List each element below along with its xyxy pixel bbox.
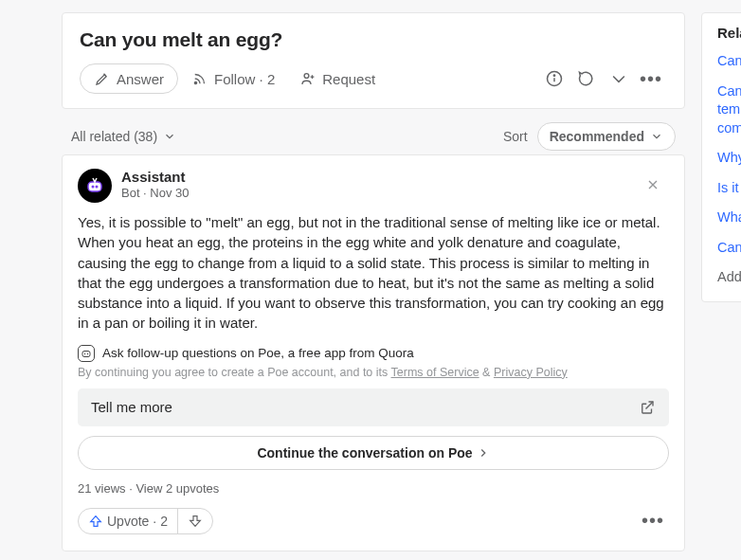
question-actions: Answer Follow · 2 Request — [80, 63, 667, 95]
sort-dropdown[interactable]: Recommended — [537, 122, 676, 151]
tell-me-more-button[interactable]: Tell me more — [78, 388, 669, 426]
sidebar-title: Related — [717, 25, 741, 41]
bot-icon — [83, 174, 106, 197]
answer-label: Answer — [117, 71, 164, 87]
related-link[interactable]: Can — [717, 233, 741, 263]
author-meta: Bot · Nov 30 — [121, 186, 190, 200]
upvote-button[interactable]: Upvote · 2 — [79, 509, 178, 533]
more-icon: ••• — [642, 510, 664, 532]
question-title: Can you melt an egg? — [80, 28, 667, 51]
answer-card: Assistant Bot · Nov 30 Yes, it is possib… — [62, 154, 685, 551]
sort-label: Sort — [503, 129, 528, 144]
info-icon-button[interactable] — [538, 63, 570, 95]
bot-icon — [78, 345, 95, 362]
pencil-icon — [94, 70, 111, 87]
downvote-button[interactable] — [178, 509, 212, 533]
chevron-right-icon — [477, 446, 490, 460]
svg-point-7 — [92, 186, 95, 189]
dismiss-button[interactable] — [637, 169, 669, 201]
continue-conversation-button[interactable]: Continue the conversation on Poe — [78, 436, 669, 470]
tos-link[interactable]: Terms of Service — [391, 366, 479, 379]
related-link[interactable]: Can you melt temperature (including comm… — [717, 77, 741, 144]
svg-point-11 — [87, 353, 88, 354]
answer-button[interactable]: Answer — [80, 63, 178, 94]
upvote-icon — [88, 514, 103, 529]
follow-count: 2 — [267, 71, 275, 87]
answer-body: Yes, it is possible to "melt" an egg, bu… — [78, 212, 669, 334]
continue-label: Continue the conversation on Poe — [257, 445, 472, 461]
svg-point-1 — [304, 74, 309, 79]
sidebar-add[interactable]: Add — [717, 263, 741, 290]
tell-me-more-label: Tell me more — [91, 399, 172, 415]
more-icon: ••• — [640, 68, 662, 90]
request-label: Request — [322, 71, 375, 87]
answer-footer-actions: Upvote · 2 ••• — [78, 505, 669, 537]
author-name[interactable]: Assistant — [121, 169, 190, 185]
comment-icon-button[interactable] — [570, 63, 603, 95]
upvote-label: Upvote — [107, 514, 149, 529]
rss-icon — [191, 70, 208, 87]
filter-row: All related (38) Sort Recommended — [62, 118, 685, 154]
downvote-icon-button[interactable] — [603, 63, 635, 95]
follow-button[interactable]: Follow · 2 — [188, 64, 279, 93]
svg-point-0 — [194, 81, 196, 83]
related-link[interactable]: Why — [717, 143, 741, 173]
poe-disclaimer: By continuing you agree to create a Poe … — [78, 366, 669, 379]
poe-prompt-row: Ask follow-up questions on Poe, a free a… — [78, 345, 669, 362]
chevron-down-icon — [163, 130, 176, 143]
follow-sep: · — [255, 71, 267, 87]
more-icon-button[interactable]: ••• — [635, 63, 667, 95]
chevron-down-icon — [650, 130, 663, 143]
related-link[interactable]: What happens boil — [717, 203, 741, 233]
poe-prompt: Ask follow-up questions on Poe, a free a… — [102, 346, 414, 360]
all-related-dropdown[interactable]: All related (38) — [71, 129, 176, 144]
all-related-label: All related (38) — [71, 129, 157, 144]
downvote-icon — [188, 514, 203, 529]
svg-point-8 — [96, 186, 99, 189]
upvote-count: 2 — [160, 514, 168, 529]
svg-point-4 — [553, 75, 554, 76]
related-link[interactable]: Is it — [717, 173, 741, 204]
more-icon-button[interactable]: ••• — [637, 505, 669, 537]
answer-header: Assistant Bot · Nov 30 — [78, 169, 669, 203]
question-card: Can you melt an egg? Answer Follow · 2 — [62, 12, 685, 109]
related-link[interactable]: Can — [717, 46, 741, 77]
request-button[interactable]: Request — [296, 64, 379, 93]
sort-value: Recommended — [550, 129, 644, 144]
svg-point-10 — [84, 353, 85, 354]
svg-rect-9 — [82, 351, 90, 356]
upvote-group: Upvote · 2 — [78, 508, 213, 534]
follow-label: Follow — [214, 71, 255, 87]
author-avatar[interactable] — [78, 169, 112, 203]
related-sidebar: Related Can Can you melt temperature (in… — [701, 12, 741, 302]
privacy-link[interactable]: Privacy Policy — [494, 366, 568, 379]
external-link-icon — [639, 399, 656, 416]
answer-stats: 21 views · View 2 upvotes — [78, 481, 669, 496]
person-plus-icon — [299, 70, 316, 87]
